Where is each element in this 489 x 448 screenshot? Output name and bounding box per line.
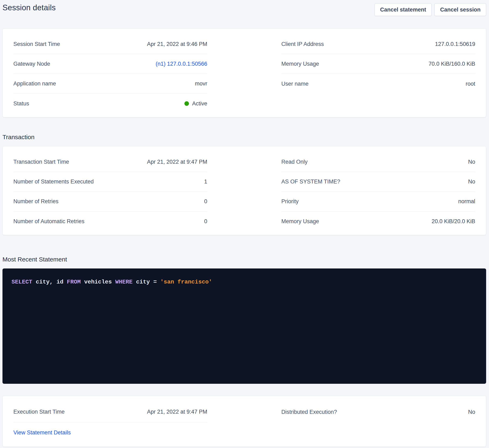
status-row: Status Active bbox=[13, 94, 207, 113]
view-statement-details-row: View Statement Details bbox=[13, 422, 207, 443]
row-value: No bbox=[468, 179, 475, 185]
row-value: 70.0 KiB/160.0 KiB bbox=[429, 61, 475, 67]
sql-text: city = bbox=[136, 279, 160, 285]
status-active-dot-icon bbox=[184, 101, 189, 106]
row-value: Apr 21, 2022 at 9:46 PM bbox=[147, 41, 207, 47]
status-label: Active bbox=[192, 100, 207, 107]
transaction-card-right-column: Read Only No AS OF SYSTEM TIME? No Prior… bbox=[281, 152, 475, 231]
row-value: movr bbox=[195, 81, 207, 87]
session-card-left-column: Session Start Time Apr 21, 2022 at 9:46 … bbox=[13, 34, 207, 113]
row-value: 0 bbox=[204, 198, 207, 205]
view-statement-details-link[interactable]: View Statement Details bbox=[13, 430, 71, 436]
sql-keyword: WHERE bbox=[115, 279, 136, 285]
session-details-page: Session details Cancel statement Cancel … bbox=[0, 0, 489, 447]
transaction-section-heading: Transaction bbox=[2, 133, 486, 141]
memory-usage-row: Memory Usage 70.0 KiB/160.0 KiB bbox=[281, 54, 475, 74]
status-value: Active bbox=[184, 100, 207, 107]
execution-card-right-column: Distributed Execution? No bbox=[281, 402, 475, 443]
cancel-session-button[interactable]: Cancel session bbox=[434, 3, 486, 16]
sql-keyword: SELECT bbox=[12, 279, 36, 285]
session-start-time-row: Session Start Time Apr 21, 2022 at 9:46 … bbox=[13, 34, 207, 54]
transaction-memory-usage-row: Memory Usage 20.0 KiB/20.0 KiB bbox=[281, 211, 475, 231]
transaction-start-time-row: Transaction Start Time Apr 21, 2022 at 9… bbox=[13, 152, 207, 172]
user-name-row: User name root bbox=[281, 74, 475, 94]
row-label: Number of Automatic Retries bbox=[13, 218, 84, 225]
row-label: Memory Usage bbox=[281, 61, 319, 67]
session-summary-card: Session Start Time Apr 21, 2022 at 9:46 … bbox=[2, 28, 486, 117]
sql-string-literal: 'san francisco' bbox=[160, 279, 212, 285]
row-label: Memory Usage bbox=[281, 218, 319, 225]
sql-text: city, id bbox=[36, 279, 67, 285]
automatic-retries-row: Number of Automatic Retries 0 bbox=[13, 211, 207, 231]
execution-card-left-column: Execution Start Time Apr 21, 2022 at 9:4… bbox=[13, 402, 207, 443]
cancel-statement-button[interactable]: Cancel statement bbox=[375, 3, 432, 16]
row-value: root bbox=[465, 81, 475, 87]
statement-section-heading: Most Recent Statement bbox=[2, 256, 486, 263]
row-label: Transaction Start Time bbox=[13, 159, 69, 165]
sql-text: vehicles bbox=[84, 279, 115, 285]
client-ip-row: Client IP Address 127.0.0.1:50619 bbox=[281, 34, 475, 54]
execution-card: Execution Start Time Apr 21, 2022 at 9:4… bbox=[2, 396, 486, 447]
row-label: Number of Statements Executed bbox=[13, 179, 94, 185]
row-value: Apr 21, 2022 at 9:47 PM bbox=[147, 159, 207, 165]
statement-code-block: SELECT city, id FROM vehicles WHERE city… bbox=[2, 268, 486, 384]
row-label: Priority bbox=[281, 198, 299, 205]
priority-row: Priority normal bbox=[281, 192, 475, 211]
statements-executed-row: Number of Statements Executed 1 bbox=[13, 172, 207, 192]
row-value: 0 bbox=[204, 218, 207, 225]
row-label: Client IP Address bbox=[281, 41, 324, 47]
session-card-right-column: Client IP Address 127.0.0.1:50619 Memory… bbox=[281, 34, 475, 113]
row-value: 1 bbox=[204, 179, 207, 185]
page-title: Session details bbox=[2, 3, 56, 12]
distributed-execution-row: Distributed Execution? No bbox=[281, 402, 475, 422]
row-value: No bbox=[468, 409, 475, 415]
row-value: 20.0 KiB/20.0 KiB bbox=[432, 218, 475, 225]
row-label: Application name bbox=[13, 81, 56, 87]
row-value: 127.0.0.1:50619 bbox=[435, 41, 475, 47]
row-label: Execution Start Time bbox=[13, 409, 65, 415]
application-name-row: Application name movr bbox=[13, 74, 207, 94]
as-of-system-time-row: AS OF SYSTEM TIME? No bbox=[281, 172, 475, 192]
row-value: No bbox=[468, 159, 475, 165]
row-label: AS OF SYSTEM TIME? bbox=[281, 179, 340, 185]
row-value: normal bbox=[458, 198, 475, 205]
sql-keyword: FROM bbox=[67, 279, 84, 285]
row-label: Read Only bbox=[281, 159, 308, 165]
page-header: Session details Cancel statement Cancel … bbox=[2, 3, 486, 16]
gateway-node-row: Gateway Node (n1) 127.0.0.1:50566 bbox=[13, 54, 207, 74]
row-label: Session Start Time bbox=[13, 41, 60, 47]
row-label: Number of Retries bbox=[13, 198, 58, 205]
row-value: Apr 21, 2022 at 9:47 PM bbox=[147, 409, 207, 415]
execution-start-time-row: Execution Start Time Apr 21, 2022 at 9:4… bbox=[13, 402, 207, 422]
transaction-card: Transaction Start Time Apr 21, 2022 at 9… bbox=[2, 146, 486, 235]
row-label: User name bbox=[281, 81, 309, 87]
row-label: Distributed Execution? bbox=[281, 409, 337, 415]
row-label: Status bbox=[13, 100, 29, 107]
gateway-node-link[interactable]: (n1) 127.0.0.1:50566 bbox=[155, 61, 207, 67]
read-only-row: Read Only No bbox=[281, 152, 475, 172]
number-of-retries-row: Number of Retries 0 bbox=[13, 192, 207, 211]
header-actions: Cancel statement Cancel session bbox=[375, 3, 486, 16]
transaction-card-left-column: Transaction Start Time Apr 21, 2022 at 9… bbox=[13, 152, 207, 231]
row-label: Gateway Node bbox=[13, 61, 50, 67]
